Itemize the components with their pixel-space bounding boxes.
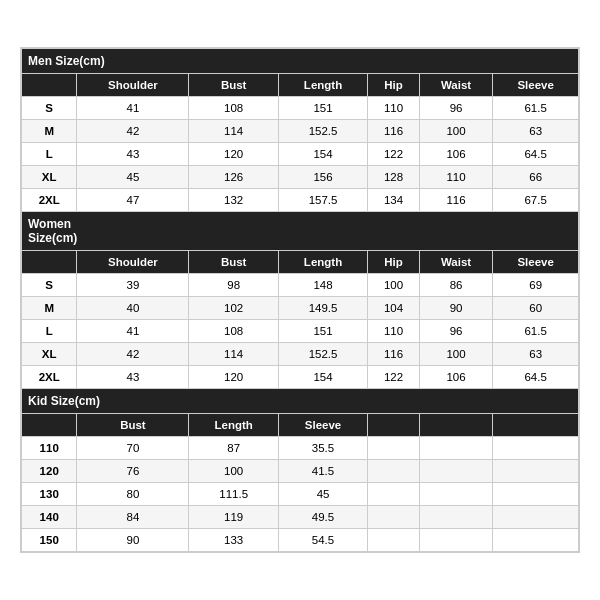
men-col-waist: Waist: [419, 74, 492, 97]
men-row-l: L4312015412210664.5: [22, 143, 579, 166]
kid-row-120: 1207610041.5: [22, 460, 579, 483]
women-col-shoulder: Shoulder: [77, 251, 189, 274]
women-size-col-header: [22, 251, 77, 274]
kid-row-110: 110708735.5: [22, 437, 579, 460]
men-row-xl: XL4512615612811066: [22, 166, 579, 189]
women-row-xl: XL42114152.511610063: [22, 343, 579, 366]
women-col-bust: Bust: [189, 251, 278, 274]
women-section-header: WomenSize(cm): [22, 212, 579, 251]
men-section-header: Men Size(cm): [22, 49, 579, 74]
kid-row-130: 13080111.545: [22, 483, 579, 506]
kid-col-length: Length: [189, 414, 278, 437]
women-row-m: M40102149.51049060: [22, 297, 579, 320]
men-row-s: S411081511109661.5: [22, 97, 579, 120]
women-col-sleeve: Sleeve: [493, 251, 579, 274]
men-col-length: Length: [278, 74, 367, 97]
women-row-s: S39981481008669: [22, 274, 579, 297]
women-row-2xl: 2XL4312015412210664.5: [22, 366, 579, 389]
women-col-length: Length: [278, 251, 367, 274]
kid-col-sleeve: Sleeve: [278, 414, 367, 437]
men-row-2xl: 2XL47132157.513411667.5: [22, 189, 579, 212]
kid-row-150: 1509013354.5: [22, 529, 579, 552]
kid-section-header: Kid Size(cm): [22, 389, 579, 414]
women-col-hip: Hip: [368, 251, 420, 274]
men-col-hip: Hip: [368, 74, 420, 97]
men-col-sleeve: Sleeve: [493, 74, 579, 97]
kid-size-col-header: [22, 414, 77, 437]
size-chart: Men Size(cm)ShoulderBustLengthHipWaistSl…: [20, 47, 580, 553]
kid-col-bust: Bust: [77, 414, 189, 437]
men-col-bust: Bust: [189, 74, 278, 97]
men-row-m: M42114152.511610063: [22, 120, 579, 143]
women-row-l: L411081511109661.5: [22, 320, 579, 343]
women-col-waist: Waist: [419, 251, 492, 274]
men-col-shoulder: Shoulder: [77, 74, 189, 97]
kid-row-140: 1408411949.5: [22, 506, 579, 529]
men-size-col-header: [22, 74, 77, 97]
